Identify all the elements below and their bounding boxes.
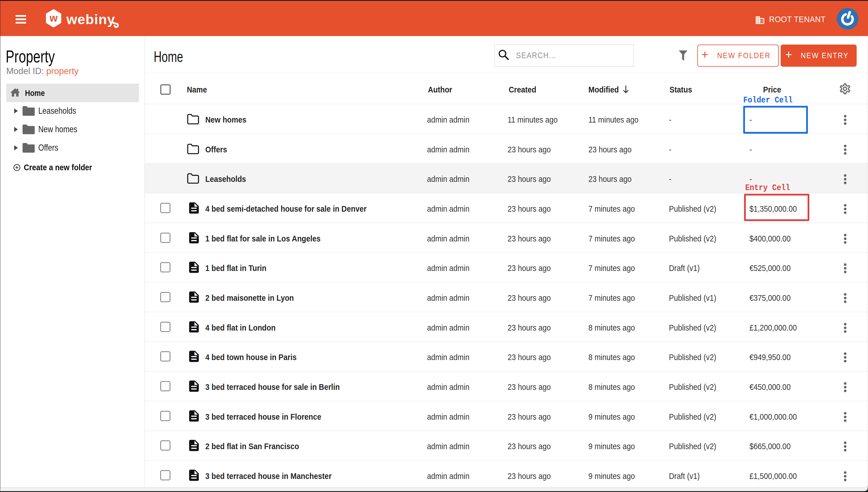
svg-text:w: w	[49, 12, 58, 24]
